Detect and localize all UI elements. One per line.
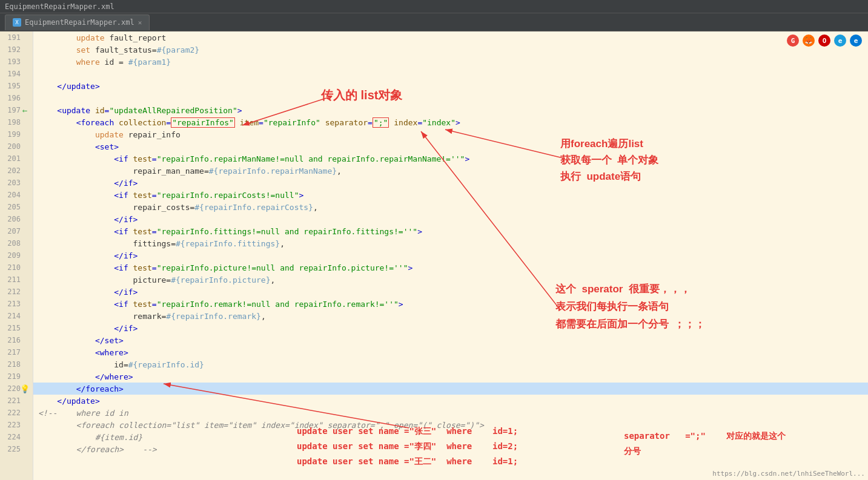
code-line-205: repair_costs=#{repairInfo.repairCosts}, (33, 201, 868, 213)
gutter-row-194: 194 (0, 68, 33, 80)
gutter-row-217: 217 (0, 346, 33, 358)
bottom-link: https://blg.csdn.net/lnhiSeeTheWorl... (712, 470, 865, 478)
code-line-208: fittings=#{repairInfo.fittings}, (33, 237, 868, 249)
code-line-223: <foreach collection="list" item="item" i… (33, 419, 868, 431)
code-line-216: </set> (33, 334, 868, 346)
gutter-row-208: 208 (0, 237, 33, 249)
code-line-210: <if test="repairInfo.picture!=null and r… (33, 261, 868, 274)
gutter-row-214: 214 (0, 310, 33, 322)
code-line-193: where id = #{param1} (33, 56, 868, 68)
code-line-211: picture=#{repairInfo.picture}, (33, 274, 868, 286)
line-number-gutter: 191 192 193 194 195 196 197 (0, 31, 33, 480)
gutter-row-225: 225 (0, 443, 33, 455)
code-line-220: </foreach> (33, 383, 868, 395)
gutter-row-222: 222 (0, 407, 33, 419)
xml-file-icon: X (13, 18, 21, 27)
code-line-212: </if> (33, 286, 868, 298)
code-line-191: update fault_report (33, 31, 868, 44)
bulb-marker-220: 💡 (20, 384, 30, 393)
line-num-196: 196 (4, 94, 21, 102)
code-line-192: set fault_status=#{param2} (33, 44, 868, 56)
code-line-222: <!-- where id in (33, 407, 868, 419)
line-num-195: 195 (4, 82, 21, 90)
gutter-row-200: 200 (0, 140, 33, 153)
tab-close-button[interactable]: ✕ (138, 19, 142, 27)
gutter-row-197: 197 ← (0, 104, 33, 116)
gutter-row-195: 195 (0, 80, 33, 92)
gutter-row-198: 198 (0, 116, 33, 128)
gutter-row-207: 207 (0, 225, 33, 237)
title-bar: EquipmentRepairMapper.xml (0, 0, 868, 13)
line-num-225: 225 (4, 445, 21, 453)
gutter-row-203: 203 (0, 177, 33, 189)
line-num-215: 215 (4, 324, 21, 332)
code-line-195: </update> (33, 80, 868, 92)
line-num-202: 202 (4, 166, 21, 175)
code-line-218: id=#{repairInfo.id} (33, 358, 868, 370)
editor-area: 191 192 193 194 195 196 197 (0, 31, 868, 480)
code-line-196 (33, 92, 868, 104)
code-line-194 (33, 68, 868, 80)
gutter-row-209: 209 (0, 249, 33, 261)
line-num-194: 194 (4, 70, 21, 78)
line-num-216: 216 (4, 336, 21, 344)
line-num-205: 205 (4, 203, 21, 211)
code-line-225: </foreach> --> (33, 443, 868, 455)
gutter-row-211: 211 (0, 274, 33, 286)
line-num-193: 193 (4, 58, 21, 66)
line-num-217: 217 (4, 348, 21, 357)
code-line-207: <if test="repairInfo.fittings!=null and … (33, 225, 868, 237)
gutter-row-223: 223 (0, 419, 33, 431)
code-line-224: #{item.id} (33, 431, 868, 443)
line-num-219: 219 (4, 372, 21, 381)
line-num-214: 214 (4, 312, 21, 320)
gutter-row-224: 224 (0, 431, 33, 443)
line-num-191: 191 (4, 33, 21, 42)
code-line-217: <where> (33, 346, 868, 358)
line-num-197: 197 (4, 106, 21, 114)
code-line-201: <if test="repairInfo.repairManName!=null… (33, 153, 868, 165)
gutter-row-201: 201 (0, 153, 33, 165)
gutter-row-193: 193 (0, 56, 33, 68)
tab-label: EquipmentRepairMapper.xml (25, 18, 134, 27)
code-line-202: repair_man_name=#{repairInfo.repairManNa… (33, 165, 868, 177)
line-num-209: 209 (4, 251, 21, 260)
gutter-row-204: 204 (0, 189, 33, 201)
gutter-row-213: 213 (0, 298, 33, 310)
line-num-224: 224 (4, 433, 21, 441)
line-num-192: 192 (4, 45, 21, 54)
line-num-220: 220 (4, 384, 21, 393)
gutter-row-199: 199 (0, 128, 33, 140)
line-num-198: 198 (4, 118, 21, 127)
line-num-201: 201 (4, 154, 21, 163)
line-num-203: 203 (4, 179, 21, 187)
gutter-row-220: 220 💡 (0, 383, 33, 395)
code-line-214: remark=#{repairInfo.remark}, (33, 310, 868, 322)
line-num-213: 213 (4, 300, 21, 308)
gutter-row-219: 219 (0, 370, 33, 383)
gutter-row-218: 218 (0, 358, 33, 370)
gutter-row-210: 210 (0, 261, 33, 274)
code-content-area[interactable]: update fault_report set fault_status=#{p… (33, 31, 868, 480)
marker-220: 💡 (21, 384, 29, 393)
gutter-row-196: 196 (0, 92, 33, 104)
code-line-221: </update> (33, 395, 868, 407)
line-num-199: 199 (4, 130, 21, 139)
gutter-row-202: 202 (0, 165, 33, 177)
line-num-207: 207 (4, 227, 21, 235)
code-line-203: </if> (33, 177, 868, 189)
line-num-206: 206 (4, 215, 21, 223)
code-line-209: </if> (33, 249, 868, 261)
line-num-222: 222 (4, 409, 21, 417)
line-num-212: 212 (4, 288, 21, 296)
tab-equipmentrepairmapper[interactable]: X EquipmentRepairMapper.xml ✕ (5, 15, 150, 30)
code-line-200: <set> (33, 140, 868, 153)
code-line-204: <if test="repairInfo.repairCosts!=null"> (33, 189, 868, 201)
gutter-row-192: 192 (0, 44, 33, 56)
gutter-row-205: 205 (0, 201, 33, 213)
code-line-198: <foreach collection="repairInfos" item="… (33, 116, 868, 128)
code-line-199: update repair_info (33, 128, 868, 140)
gutter-row-191: 191 (0, 31, 33, 44)
code-line-215: </if> (33, 322, 868, 334)
marker-197: ← (21, 105, 29, 115)
